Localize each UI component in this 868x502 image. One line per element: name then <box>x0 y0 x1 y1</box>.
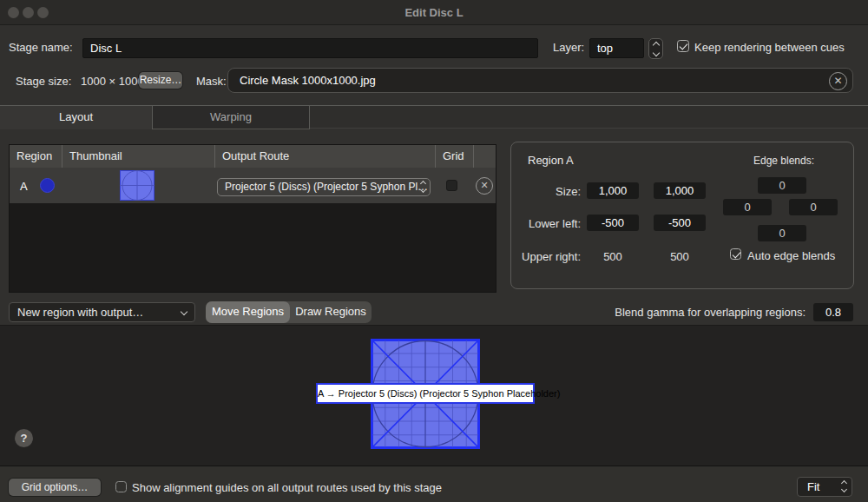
auto-edge-blends-label: Auto edge blends <box>747 249 835 262</box>
column-header-grid: Grid <box>436 145 474 168</box>
upper-right-x-value: 500 <box>587 250 639 263</box>
new-region-dropdown[interactable]: New region with output… <box>9 302 195 322</box>
tab-strip: Layout Warping <box>0 105 868 129</box>
stage-size-value: 1000 × 1000 <box>81 75 144 88</box>
mask-label: Mask: <box>196 75 227 88</box>
mask-field[interactable]: ✕ <box>227 68 853 93</box>
upper-right-y-value: 500 <box>654 250 706 263</box>
stage-name-label: Stage name: <box>9 41 73 54</box>
edge-blend-right-field[interactable]: 0 <box>789 199 838 215</box>
dropdown-stepper-icon <box>842 481 846 492</box>
dropdown-stepper-icon <box>421 182 425 192</box>
edge-blend-left-field[interactable]: 0 <box>723 199 772 215</box>
edge-blends-label: Edge blends: <box>728 155 839 167</box>
region-route-label[interactable]: A → Projector 5 (Discs) (Projector 5 Syp… <box>316 383 535 404</box>
size-y-field[interactable]: 1,000 <box>654 182 706 199</box>
footer-bar: Grid options… Show alignment guides on a… <box>0 466 868 502</box>
edge-blend-top-field[interactable]: 0 <box>758 177 806 194</box>
move-regions-button[interactable]: Move Regions <box>206 301 290 323</box>
grid-checkbox[interactable] <box>446 180 457 191</box>
resize-button[interactable]: Resize… <box>139 72 182 89</box>
region-table: Region Thumbnail Output Route Grid A Pro… <box>9 144 496 293</box>
new-region-dropdown-value: New region with output… <box>17 306 143 319</box>
size-label: Size: <box>513 185 581 198</box>
lower-left-label: Lower left: <box>513 217 581 230</box>
region-thumbnail <box>120 170 155 201</box>
column-header-thumbnail: Thumbnail <box>62 145 215 168</box>
stepper-down-icon[interactable] <box>652 49 659 56</box>
column-header-output-route: Output Route <box>215 145 436 168</box>
stage-canvas[interactable]: A → Projector 5 (Discs) (Projector 5 Syp… <box>0 325 868 466</box>
region-color-dot <box>40 178 55 193</box>
output-route-dropdown[interactable]: Projector 5 (Discs) (Projector 5 Syphon … <box>217 178 431 196</box>
zoom-fit-dropdown[interactable]: Fit <box>797 477 852 497</box>
edit-stage-dialog: Edit Disc L Stage name: Layer: top Keep … <box>0 0 868 502</box>
auto-edge-blends-checkbox[interactable] <box>730 248 741 260</box>
stepper-up-icon[interactable] <box>652 41 659 48</box>
table-row[interactable]: A Projector 5 (Discs) (Projector 5 Sypho… <box>10 168 496 203</box>
tab-warping[interactable]: Warping <box>153 106 310 129</box>
output-route-value: Projector 5 (Discs) (Projector 5 Syphon … <box>225 181 428 193</box>
mask-input[interactable] <box>240 71 812 89</box>
layer-label: Layer: <box>553 41 584 54</box>
blend-gamma-label: Blend gamma for overlapping regions: <box>486 306 806 319</box>
size-x-field[interactable]: 1,000 <box>587 182 639 199</box>
stage-name-input[interactable] <box>82 38 538 58</box>
blend-gamma-field[interactable]: 0.8 <box>813 303 853 321</box>
draw-regions-button[interactable]: Draw Regions <box>290 301 372 323</box>
keep-rendering-checkbox[interactable] <box>677 40 689 52</box>
region-panel: Region A Size: 1,000 1,000 Lower left: -… <box>510 142 854 289</box>
tab-layout[interactable]: Layout <box>0 106 153 129</box>
delete-region-icon[interactable]: ✕ <box>476 177 493 195</box>
region-panel-title: Region A <box>528 154 574 167</box>
zoom-fit-value: Fit <box>807 480 819 493</box>
edge-blend-bottom-field[interactable]: 0 <box>758 225 806 241</box>
title-bar: Edit Disc L <box>0 0 868 25</box>
column-header-region: Region <box>10 145 62 168</box>
mode-segmented-control: Move Regions Draw Regions <box>206 301 372 323</box>
stage-size-label: Stage size: <box>16 75 71 88</box>
region-table-header: Region Thumbnail Output Route Grid <box>10 145 496 168</box>
upper-right-label: Upper right: <box>513 250 581 263</box>
lower-left-x-field[interactable]: -500 <box>587 215 639 231</box>
layer-field[interactable]: top <box>589 38 644 58</box>
keep-rendering-label: Keep rendering between cues <box>694 41 845 54</box>
alignment-guides-label: Show alignment guides on all output rout… <box>132 481 442 494</box>
lower-left-y-field[interactable]: -500 <box>654 215 706 231</box>
column-header-actions <box>474 145 496 168</box>
grid-options-button[interactable]: Grid options… <box>9 479 101 496</box>
alignment-guides-checkbox[interactable] <box>115 481 127 492</box>
window-title: Edit Disc L <box>0 6 868 19</box>
region-name: A <box>20 180 28 193</box>
layer-stepper[interactable] <box>648 38 663 59</box>
clear-mask-icon[interactable]: ✕ <box>829 72 847 90</box>
tab-strip-filler <box>310 106 868 129</box>
help-button[interactable]: ? <box>15 429 33 447</box>
chevron-down-icon <box>181 308 187 315</box>
